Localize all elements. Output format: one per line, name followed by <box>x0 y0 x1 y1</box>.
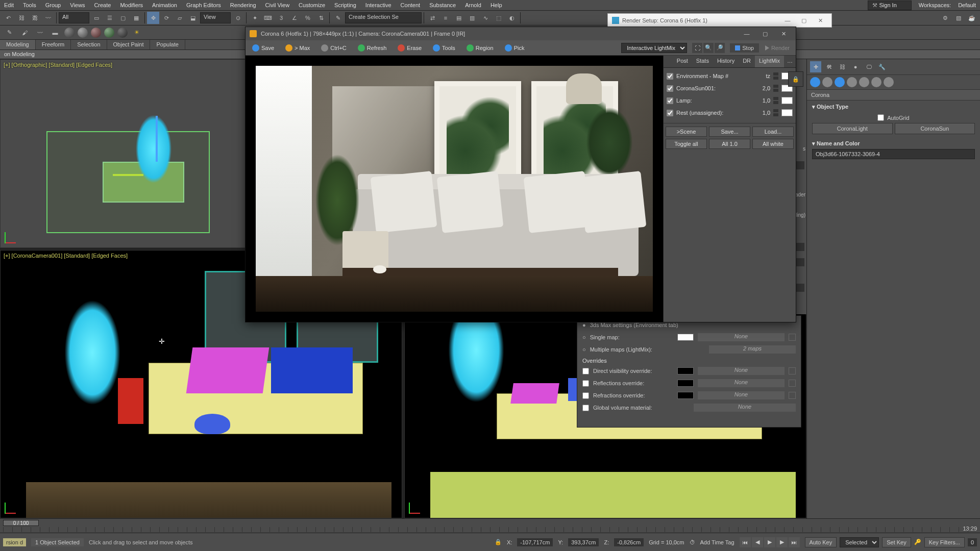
autokey-button[interactable]: Auto Key <box>805 537 837 547</box>
zoom-fit-icon[interactable]: ⛶ <box>692 43 702 53</box>
prev-frame-icon[interactable]: ◀ <box>752 537 763 547</box>
window-crossing-icon[interactable]: ▦ <box>130 12 142 24</box>
rotate-icon[interactable]: ⟳ <box>160 12 173 24</box>
menu-interactive[interactable]: Interactive <box>365 2 391 8</box>
ribbon-tab-freeform[interactable]: Freeform <box>36 40 71 49</box>
matcap-3-icon[interactable] <box>91 28 101 38</box>
rollout-header[interactable]: Name and Color <box>812 140 975 147</box>
menu-animation[interactable]: Animation <box>152 2 177 8</box>
vfb-erase-button[interactable]: Erase <box>393 42 426 54</box>
schematic-view-icon[interactable]: ⬚ <box>493 12 505 24</box>
toggle-ribbon-icon[interactable]: ▥ <box>466 12 478 24</box>
spacewarps-icon[interactable] <box>871 77 881 87</box>
coronalight-button[interactable]: CoronaLight <box>812 123 893 134</box>
manipulate-icon[interactable]: ✦ <box>249 12 261 24</box>
map-slot[interactable]: None <box>698 391 785 399</box>
vfb-pick-button[interactable]: Pick <box>500 42 529 54</box>
lightmix-toggle[interactable] <box>667 110 673 116</box>
geometry-icon[interactable] <box>810 77 820 87</box>
curve-editor-icon[interactable]: ∿ <box>479 12 492 24</box>
systems-icon[interactable] <box>884 77 894 87</box>
lock-selection-icon[interactable]: 🔒 <box>495 539 502 545</box>
move-icon[interactable]: ✥ <box>147 12 159 24</box>
time-slider-handle[interactable]: 0 / 100 <box>3 520 39 526</box>
menu-edit[interactable]: Edit <box>4 2 14 8</box>
sun-icon[interactable]: ☀ <box>131 27 143 39</box>
color-swatch[interactable] <box>677 380 694 387</box>
lightmix-toggle[interactable] <box>667 85 673 92</box>
select-region-rect-icon[interactable]: ▢ <box>117 12 129 24</box>
vfb-render-view[interactable] <box>246 56 663 322</box>
smooth-icon[interactable]: 〰 <box>34 27 46 39</box>
transform-gizmo[interactable] <box>143 162 169 187</box>
matcap-2-icon[interactable] <box>78 28 88 38</box>
coord-x[interactable]: -107,717cm <box>517 538 553 546</box>
motion-tab-icon[interactable]: ● <box>850 61 861 72</box>
selection-filter-dropdown[interactable]: All <box>59 12 89 23</box>
radio-single-map[interactable] <box>582 334 586 340</box>
script-listener[interactable]: rsion d <box>3 538 26 546</box>
map-slot[interactable]: 2 maps <box>709 345 796 354</box>
named-selection-dropdown[interactable]: Create Selection Se <box>345 12 422 23</box>
display-tab-icon[interactable]: 🖵 <box>863 61 874 72</box>
menu-rendering[interactable]: Rendering <box>230 2 256 8</box>
undo-icon[interactable]: ↶ <box>2 12 14 24</box>
key-filters-button[interactable]: Key Filters... <box>924 537 965 547</box>
coord-y[interactable]: 393,37cm <box>568 538 599 546</box>
vfb-save-button[interactable]: Save <box>248 42 279 54</box>
render-frame-icon[interactable]: ▧ <box>952 12 965 24</box>
matcap-1-icon[interactable] <box>64 28 75 38</box>
select-by-name-icon[interactable]: ☰ <box>104 12 116 24</box>
lm-save-button[interactable]: Save... <box>709 127 750 137</box>
spinner-icon[interactable] <box>773 84 778 92</box>
use-pivot-icon[interactable]: ⊙ <box>232 12 244 24</box>
mirror-icon[interactable]: ⇄ <box>426 12 438 24</box>
material-editor-icon[interactable]: ◐ <box>506 12 518 24</box>
goto-end-icon[interactable]: ⏭ <box>789 537 800 547</box>
category-dropdown[interactable]: Corona <box>807 90 980 101</box>
placement-icon[interactable]: ⬓ <box>187 12 199 24</box>
vfb-mode-dropdown[interactable]: Interactive LightMix <box>621 43 687 53</box>
vfb-refresh-button[interactable]: Refresh <box>353 42 391 54</box>
zoom-in-icon[interactable]: 🔍 <box>703 43 714 53</box>
map-slot[interactable]: None <box>698 333 785 341</box>
menu-civil-view[interactable]: Civil View <box>265 2 289 8</box>
hierarchy-tab-icon[interactable]: ⛓ <box>837 61 848 72</box>
ref-coord-dropdown[interactable]: View <box>200 12 231 23</box>
key-icon[interactable]: 🔑 <box>914 539 921 545</box>
brush-icon[interactable]: 🖌 <box>18 27 31 39</box>
select-object-icon[interactable]: ▭ <box>90 12 103 24</box>
menu-substance[interactable]: Substance <box>429 2 456 8</box>
lm-all-1-button[interactable]: All 1.0 <box>709 139 750 149</box>
map-slot[interactable]: None <box>698 367 785 375</box>
checkbox[interactable] <box>789 367 796 374</box>
angle-snap-icon[interactable]: ∠ <box>288 12 301 24</box>
ribbon-tab-modeling[interactable]: Modeling <box>0 40 36 49</box>
minimize-icon[interactable]: — <box>739 29 755 39</box>
map-slot[interactable]: None <box>694 404 796 412</box>
menu-group[interactable]: Group <box>45 2 61 8</box>
vfb-copy-button[interactable]: Ctrl+C <box>316 42 351 54</box>
menu-views[interactable]: Views <box>70 2 85 8</box>
matcap-4-icon[interactable] <box>104 28 114 38</box>
time-tag-icon[interactable]: ⏱ <box>690 539 695 545</box>
spinner-icon[interactable] <box>773 72 778 80</box>
maximize-icon[interactable]: ▢ <box>797 16 811 25</box>
viewport-label[interactable]: [+] [CoronaCamera001] [Standard] [Edged … <box>4 253 128 259</box>
vfb-to-max-button[interactable]: > Max <box>281 42 314 54</box>
coord-z[interactable]: -0,826cm <box>614 538 644 546</box>
menu-arnold[interactable]: Arnold <box>465 2 481 8</box>
ribbon-tab-selection[interactable]: Selection <box>71 40 107 49</box>
layer-explorer-icon[interactable]: ▤ <box>453 12 465 24</box>
key-mode-dropdown[interactable]: Selected <box>840 537 879 547</box>
menu-create[interactable]: Create <box>94 2 111 8</box>
color-swatch[interactable] <box>677 392 694 399</box>
menu-graph-editors[interactable]: Graph Editors <box>186 2 221 8</box>
radio-multi-maps[interactable] <box>582 346 586 353</box>
scale-icon[interactable]: ▱ <box>174 12 186 24</box>
vfb-region-button[interactable]: Region <box>462 42 498 54</box>
vfb-tab-lightmix[interactable]: LightMix <box>755 56 784 67</box>
close-icon[interactable]: ✕ <box>775 29 792 39</box>
menu-modifiers[interactable]: Modifiers <box>120 2 143 8</box>
bind-icon[interactable]: 〰 <box>42 12 54 24</box>
